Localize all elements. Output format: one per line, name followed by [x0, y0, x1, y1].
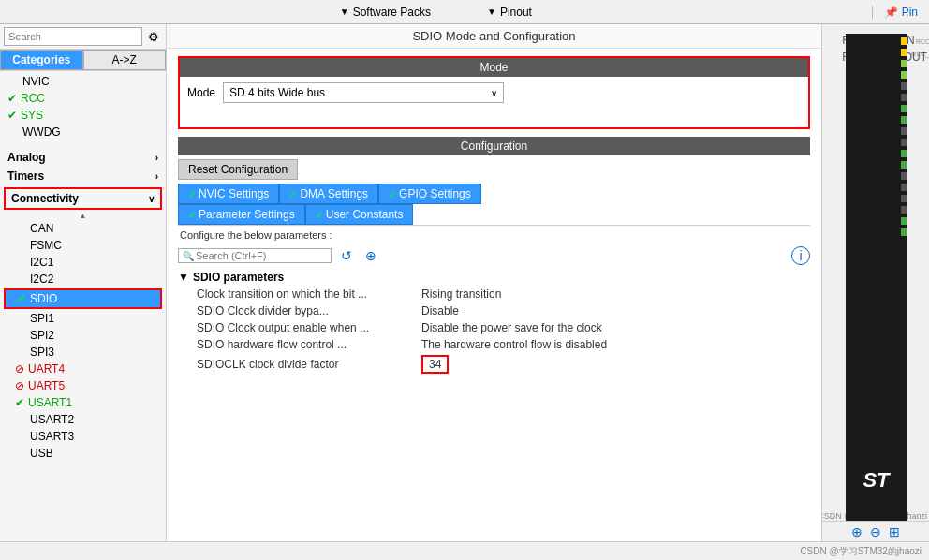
param-value-divide-factor: 34	[421, 355, 449, 374]
param-settings-check-icon: ✔	[188, 210, 196, 220]
usart1-check-icon: ✔	[15, 396, 24, 409]
nvic-settings-check-icon: ✔	[188, 189, 196, 199]
mode-select[interactable]: SD 4 bits Wide bus ∨	[223, 82, 504, 103]
params-row-clock-output: SDIO Clock output enable when ... Disabl…	[197, 319, 810, 336]
connectivity-chevron-icon: ∨	[148, 194, 155, 204]
analog-chevron-icon: ›	[155, 153, 158, 163]
pin-tab-right[interactable]: 📌 Pin	[872, 6, 929, 19]
params-row-hw-flow: SDIO hardware flow control ... The hardw…	[197, 336, 810, 353]
sidebar-section-analog[interactable]: Analog ›	[0, 148, 166, 167]
timers-chevron-icon: ›	[155, 171, 158, 182]
bottom-watermark: CSDN @学习STM32的jhaozi	[800, 545, 922, 558]
tab-atoz[interactable]: A->Z	[83, 50, 167, 70]
sidebar-item-uart5[interactable]: ⊘ UART5	[0, 377, 166, 394]
search-icon: 🔍	[183, 251, 194, 261]
config-section: Configuration Reset Configuration ✔ NVIC…	[167, 137, 821, 538]
zoom-out-icon[interactable]: ⊕	[851, 524, 863, 539]
params-refresh-icon[interactable]: ↺	[337, 246, 356, 265]
tab-categories[interactable]: Categories	[0, 50, 83, 70]
params-search-input[interactable]	[196, 250, 327, 261]
sidebar-item-can[interactable]: CAN	[0, 220, 166, 237]
fit-icon[interactable]: ⊞	[889, 524, 900, 539]
mode-select-value: SD 4 bits Wide bus	[229, 86, 325, 99]
param-name-clock-transition: Clock transition on which the bit ...	[197, 287, 421, 301]
tab-parameter-settings[interactable]: ✔ Parameter Settings	[178, 204, 305, 225]
software-packs-label: Software Packs	[353, 6, 431, 19]
params-row-clock-transition: Clock transition on which the bit ... Ri…	[197, 286, 810, 302]
sidebar-item-i2c1[interactable]: I2C1	[0, 254, 166, 271]
reset-configuration-button[interactable]: Reset Configuration	[178, 159, 298, 180]
sys-check-icon: ✔	[7, 109, 17, 122]
param-name-clock-output: SDIO Clock output enable when ...	[197, 321, 421, 334]
sidebar-item-spi1[interactable]: SPI1	[0, 310, 166, 327]
param-name-clock-bypass: SDIO Clock divider bypa...	[197, 304, 421, 317]
pinout-label: Pinout	[500, 6, 532, 19]
config-header: Configuration	[178, 137, 810, 155]
uart4-cross-icon: ⊘	[15, 362, 24, 376]
params-tree: ▼ SDIO parameters Clock transition on wh…	[167, 267, 821, 538]
sidebar-search-input[interactable]	[4, 27, 142, 46]
tab-nvic-settings[interactable]: ✔ NVIC Settings	[178, 184, 279, 204]
tab-user-constants[interactable]: ✔ User Constants	[305, 204, 414, 225]
param-value-clock-bypass: Disable	[421, 304, 459, 317]
software-packs-arrow: ▼	[340, 7, 349, 17]
sidebar-item-sys[interactable]: ✔ SYS	[0, 107, 166, 124]
content-title: SDIO Mode and Configuration	[167, 24, 821, 49]
params-description: Configure the below parameters :	[167, 226, 821, 244]
sidebar-list: NVIC ✔ RCC ✔ SYS WWDG Analog	[0, 71, 166, 541]
sidebar-item-uart4[interactable]: ⊘ UART4	[0, 361, 166, 377]
mode-select-chevron-icon: ∨	[491, 88, 497, 98]
params-info-icon[interactable]: i	[791, 246, 810, 265]
mode-header: Mode	[180, 58, 808, 77]
dma-settings-check-icon: ✔	[289, 189, 297, 199]
sidebar-section-timers[interactable]: Timers ›	[0, 167, 166, 185]
rcc-check-icon: ✔	[7, 92, 17, 105]
sidebar-item-usart1[interactable]: ✔ USART1	[0, 394, 166, 411]
sidebar-item-fsmc[interactable]: FSMC	[0, 237, 166, 254]
params-group-label: SDIO parameters	[193, 271, 284, 284]
param-name-hw-flow: SDIO hardware flow control ...	[197, 338, 421, 351]
sidebar-item-spi3[interactable]: SPI3	[0, 344, 166, 361]
sidebar-item-nvic[interactable]: NVIC	[0, 73, 166, 90]
software-packs-tab[interactable]: ▼ Software Packs	[340, 6, 431, 19]
params-search-container: 🔍	[178, 248, 332, 263]
content-area: SDIO Mode and Configuration Mode Mode SD…	[167, 24, 821, 541]
sidebar-item-i2c2[interactable]: I2C2	[0, 271, 166, 287]
params-row-divide-factor: SDIOCLK clock divide factor 34	[197, 353, 810, 376]
sdio-check-icon: ✔	[17, 292, 26, 305]
connectivity-label: Connectivity	[11, 192, 79, 205]
tab-dma-settings[interactable]: ✔ DMA Settings	[279, 184, 378, 204]
gpio-settings-check-icon: ✔	[389, 189, 396, 199]
sidebar: ⚙ Categories A->Z NVIC ✔	[0, 24, 167, 541]
params-expand-icon[interactable]: ⊕	[361, 246, 380, 265]
user-constants-check-icon: ✔	[316, 210, 323, 220]
chip-st-label: ST	[863, 468, 889, 493]
uart5-cross-icon: ⊘	[15, 379, 24, 392]
mode-label: Mode	[187, 86, 215, 99]
pinout-panel: RCC_OSC_IN RCC_OSC_OUT	[821, 24, 929, 541]
pin-icon: 📌	[884, 6, 898, 19]
sidebar-item-wwdg[interactable]: WWDG	[0, 124, 166, 140]
sidebar-item-usb[interactable]: USB	[0, 445, 166, 462]
param-value-hw-flow: The hardware control flow is disabled	[421, 338, 607, 351]
pinout-tab[interactable]: ▼ Pinout	[487, 6, 532, 19]
sidebar-item-usart2[interactable]: USART2	[0, 411, 166, 428]
tab-gpio-settings[interactable]: ✔ GPIO Settings	[378, 184, 481, 204]
sidebar-section-connectivity[interactable]: Connectivity ∨	[6, 189, 160, 208]
sidebar-item-spi2[interactable]: SPI2	[0, 327, 166, 344]
params-group-sdio[interactable]: ▼ SDIO parameters	[178, 269, 810, 286]
zoom-in-icon[interactable]: ⊖	[870, 524, 881, 539]
sidebar-item-sdio[interactable]: ✔ SDIO	[6, 290, 160, 307]
params-group-arrow-icon: ▼	[178, 271, 189, 284]
params-row-clock-bypass: SDIO Clock divider bypa... Disable	[197, 302, 810, 319]
gear-icon[interactable]: ⚙	[145, 28, 162, 45]
pin-label: Pin	[902, 6, 918, 19]
param-value-clock-output: Disable the power save for the clock	[421, 321, 602, 334]
pinout-arrow: ▼	[487, 7, 496, 17]
sidebar-item-usart3[interactable]: USART3	[0, 428, 166, 445]
param-value-clock-transition: Rising transition	[421, 287, 501, 301]
sidebar-item-rcc[interactable]: ✔ RCC	[0, 90, 166, 107]
param-name-divide-factor: SDIOCLK clock divide factor	[197, 358, 421, 371]
